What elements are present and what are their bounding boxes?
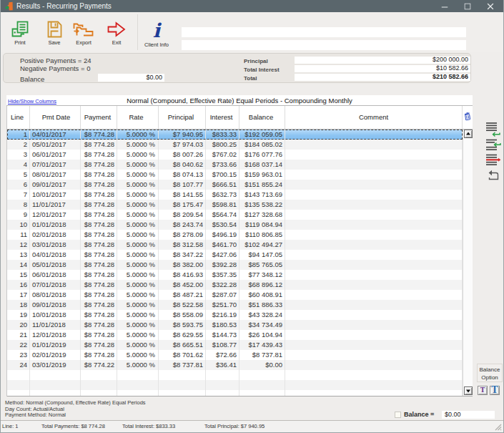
cell-balance: $151 855.24 <box>239 180 285 190</box>
column-header-principal[interactable]: Principal <box>159 106 206 129</box>
cell-balance: $0.00 <box>239 360 285 370</box>
schedule-row-24[interactable]: 2403/01/2019$8 774.225.0000 %$8 737.81$3… <box>7 360 463 370</box>
cell-principal: $8 007.26 <box>159 150 206 160</box>
schedule-row-empty[interactable] <box>7 390 463 396</box>
cell-rate: 5.0000 % <box>117 180 159 190</box>
column-header-payment[interactable]: Payment <box>81 106 117 129</box>
cell-principal: $8 209.54 <box>159 210 206 220</box>
schedule-row-8[interactable]: 811/01/2017$8 774.285.0000 %$8 175.47$59… <box>7 200 463 210</box>
schedule-row-empty[interactable] <box>7 380 463 390</box>
column-header-comment[interactable]: Comment <box>285 106 463 129</box>
toolbar-field-2[interactable] <box>182 40 466 50</box>
balance-option-button[interactable]: Balance Option <box>477 364 503 382</box>
principal-field[interactable]: $200 000.00 <box>295 57 470 64</box>
cell-line: 8 <box>7 200 30 210</box>
balance-checkbox[interactable] <box>395 412 401 418</box>
total-interest-field[interactable]: $10 582.66 <box>295 65 470 72</box>
cell-principal: $8 452.00 <box>159 280 206 290</box>
column-header-rate[interactable]: Rate <box>117 106 159 129</box>
total-interest-label: Total Interest <box>244 67 280 73</box>
expand-lines-icon[interactable] <box>485 122 501 137</box>
footer-balance-field[interactable]: $0.00 <box>442 411 495 419</box>
save-button[interactable]: Save <box>42 20 66 50</box>
schedule-row-23[interactable]: 2302/01/2019$8 774.285.0000 %$8 701.62$7… <box>7 350 463 360</box>
schedule-row-14[interactable]: 1405/01/2018$8 774.285.0000 %$8 382.00$3… <box>7 260 463 270</box>
cell-balance <box>239 370 285 380</box>
column-header-pmt-date[interactable]: Pmt Date <box>30 106 81 129</box>
toolbar-separator <box>137 14 138 50</box>
close-button[interactable] <box>481 0 500 12</box>
cell-rate: 5.0000 % <box>117 300 159 310</box>
cell-balance: $26 104.94 <box>239 330 285 340</box>
delete-line-icon[interactable] <box>485 154 501 166</box>
delete-column-header[interactable] <box>463 106 473 129</box>
column-header-balance[interactable]: Balance <box>239 106 285 129</box>
export-folder-icon <box>72 20 95 39</box>
cell-balance: $176 077.76 <box>239 150 285 160</box>
cell-interest: $72.66 <box>206 350 239 360</box>
cell-rate: 5.0000 % <box>117 170 159 180</box>
schedule-row-4[interactable]: 407/01/2017$8 774.285.0000 %$8 040.62$73… <box>7 160 463 170</box>
schedule-row-20[interactable]: 2011/01/2018$8 774.285.0000 %$8 593.75$1… <box>7 320 463 330</box>
schedule-row-10[interactable]: 1001/01/2018$8 774.285.0000 %$8 243.74$5… <box>7 220 463 230</box>
schedule-grid: Line Pmt Date Payment Rate Principal Int… <box>6 105 473 396</box>
cell-interest: $251.70 <box>206 300 239 310</box>
scroll-down-button[interactable] <box>464 386 473 395</box>
schedule-row-1[interactable]: 104/01/2017$8 774.285.0000 %$7 940.95$83… <box>7 130 463 140</box>
summary-panel: Positive Payments = 24 Negative Payments… <box>3 53 471 83</box>
footer-balance-label: Balance = <box>404 411 434 418</box>
schedule-row-17[interactable]: 1708/01/2018$8 774.285.0000 %$8 487.21$2… <box>7 290 463 300</box>
schedule-row-21[interactable]: 2112/01/2018$8 774.285.0000 %$8 629.55$1… <box>7 330 463 340</box>
schedule-row-13[interactable]: 1304/01/2018$8 774.285.0000 %$8 347.22$4… <box>7 250 463 260</box>
schedule-row-16[interactable]: 1607/01/2018$8 774.285.0000 %$8 452.00$3… <box>7 280 463 290</box>
toolbar-field-1[interactable] <box>182 27 466 37</box>
balance-field[interactable]: $0.00 <box>98 74 164 82</box>
schedule-row-empty[interactable] <box>7 370 463 380</box>
cell-principal: $8 558.09 <box>159 310 206 320</box>
large-font-button[interactable]: T <box>490 386 500 395</box>
schedule-row-6[interactable]: 609/01/2017$8 774.285.0000 %$8 107.77$66… <box>7 180 463 190</box>
exit-button[interactable]: Exit <box>104 20 129 50</box>
cell-line: 22 <box>7 340 30 350</box>
cell-payment <box>81 380 117 390</box>
schedule-row-9[interactable]: 912/01/2017$8 774.285.0000 %$8 209.54$56… <box>7 210 463 220</box>
schedule-row-15[interactable]: 1506/01/2018$8 774.285.0000 %$8 416.93$3… <box>7 270 463 280</box>
vertical-scrollbar[interactable] <box>463 130 473 396</box>
schedule-row-19[interactable]: 1910/01/2018$8 774.285.0000 %$8 558.09$2… <box>7 310 463 320</box>
schedule-row-3[interactable]: 306/01/2017$8 774.285.0000 %$8 007.26$76… <box>7 150 463 160</box>
cell-date: 07/01/2017 <box>30 160 81 170</box>
cell-comment <box>285 170 463 180</box>
minimize-button[interactable] <box>435 0 454 12</box>
schedule-row-5[interactable]: 508/01/2017$8 774.285.0000 %$8 074.13$70… <box>7 170 463 180</box>
print-button[interactable]: Print <box>8 20 32 50</box>
maximize-button[interactable] <box>458 0 477 12</box>
small-font-button[interactable]: T <box>478 386 488 395</box>
schedule-row-18[interactable]: 1809/01/2018$8 774.285.0000 %$8 522.58$2… <box>7 300 463 310</box>
grid-body: 104/01/2017$8 774.285.0000 %$7 940.95$83… <box>7 130 473 396</box>
schedule-row-2[interactable]: 205/01/2017$8 774.285.0000 %$7 974.03$80… <box>7 140 463 150</box>
resize-grip-icon[interactable] <box>495 424 502 431</box>
cell-line: 17 <box>7 290 30 300</box>
hide-show-columns-link[interactable]: Hide/Show Columns <box>8 98 56 104</box>
schedule-row-22[interactable]: 2201/01/2019$8 774.285.0000 %$8 665.51$1… <box>7 340 463 350</box>
cell-payment: $8 774.28 <box>81 350 117 360</box>
cell-payment: $8 774.22 <box>81 360 117 370</box>
cell-balance <box>239 380 285 390</box>
cell-comment <box>285 360 463 370</box>
total-field[interactable]: $210 582.66 <box>295 74 470 81</box>
cell-comment <box>285 350 463 360</box>
cell-date: 12/01/2017 <box>30 210 81 220</box>
cell-rate: 5.0000 % <box>117 250 159 260</box>
schedule-row-11[interactable]: 1102/01/2018$8 774.285.0000 %$8 278.09$4… <box>7 230 463 240</box>
cell-principal: $8 701.62 <box>159 350 206 360</box>
cell-rate: 5.0000 % <box>117 340 159 350</box>
undo-icon[interactable] <box>487 170 500 182</box>
export-button[interactable]: Export <box>69 20 98 50</box>
column-header-interest[interactable]: Interest <box>206 106 239 129</box>
insert-line-icon[interactable] <box>485 139 501 151</box>
client-info-button[interactable]: i Client Info <box>140 20 173 50</box>
schedule-row-7[interactable]: 710/01/2017$8 774.285.0000 %$8 141.55$63… <box>7 190 463 200</box>
schedule-row-12[interactable]: 1203/01/2018$8 774.285.0000 %$8 312.58$4… <box>7 240 463 250</box>
column-header-line[interactable]: Line <box>7 106 30 129</box>
scroll-up-button[interactable] <box>464 130 473 138</box>
